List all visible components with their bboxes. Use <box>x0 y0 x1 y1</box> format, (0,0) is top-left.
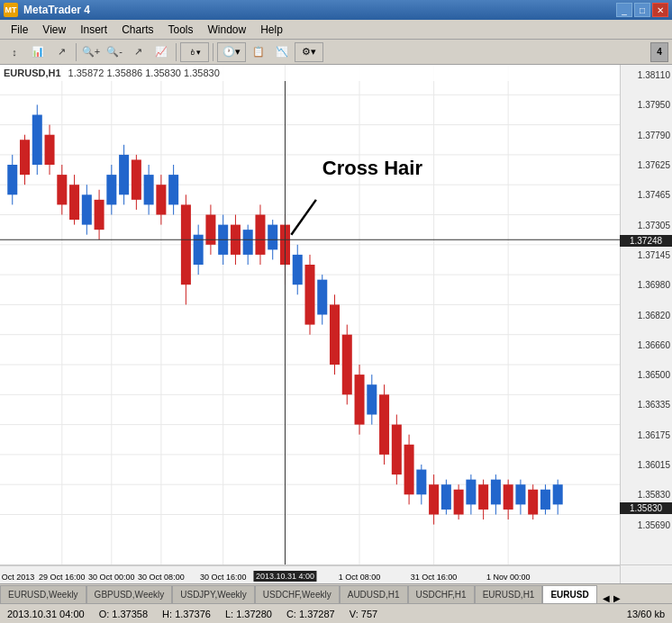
price-tick: 1.36500 <box>638 370 670 380</box>
status-bar: 2013.10.31 04:00 O: 1.37358 H: 1.37376 L… <box>0 603 672 623</box>
toolbar-btn-1[interactable]: ↕ <box>4 42 25 62</box>
price-tick: 1.36820 <box>638 310 670 320</box>
status-volume: V: 757 <box>350 609 377 619</box>
svg-rect-73 <box>304 265 314 325</box>
svg-rect-91 <box>416 470 426 495</box>
svg-rect-113 <box>553 484 563 504</box>
menu-insert[interactable]: Insert <box>73 22 114 38</box>
price-tick: 1.37305 <box>638 220 670 230</box>
time-tick: 30 Oct 08:00 <box>138 573 185 582</box>
toolbar: ↕ 📊 ↗ 🔍+ 🔍- ↗ 📈 🕯▾ 🕐▾ 📋 📉 ⚙▾ 4 <box>0 40 672 65</box>
toolbar-clock-btn[interactable]: 🕐▾ <box>217 42 246 62</box>
tab-scroll-right[interactable]: ▶ <box>612 593 622 603</box>
svg-rect-89 <box>404 445 414 495</box>
price-tick: 1.37145 <box>638 249 670 259</box>
tab-gbpusd-weekly[interactable]: GBPUSD,Weekly <box>86 585 173 603</box>
time-tick: 1 Oct 08:00 <box>339 573 381 582</box>
title-bar: MT MetaTrader 4 _ □ ✕ <box>0 0 672 20</box>
svg-rect-111 <box>540 490 550 510</box>
tab-eurusd-h1[interactable]: EURUSD,H1 <box>475 585 543 603</box>
price-tick: 1.36335 <box>638 400 670 410</box>
time-tick-highlighted: 2013.10.31 4:00 <box>254 571 316 582</box>
toolbar-candle-btn[interactable]: 🕯▾ <box>180 42 209 62</box>
toolbar-btn-6[interactable]: 📋 <box>248 42 269 62</box>
toolbar-corner[interactable]: 4 <box>650 42 668 62</box>
svg-rect-105 <box>504 484 513 510</box>
svg-rect-103 <box>491 480 501 505</box>
app-icon: MT <box>4 3 18 17</box>
svg-rect-81 <box>355 375 365 425</box>
toolbar-btn-3[interactable]: ↗ <box>50 42 72 62</box>
toolbar-zoom-out[interactable]: 🔍- <box>104 42 125 62</box>
toolbar-btn-8[interactable]: ⚙▾ <box>295 42 323 62</box>
toolbar-btn-4[interactable]: ↗ <box>127 42 149 62</box>
svg-rect-31 <box>45 135 55 165</box>
toolbar-btn-5[interactable]: 📈 <box>150 42 172 62</box>
tab-audusd-h1[interactable]: AUDUSD,H1 <box>340 585 408 603</box>
price-tick: 1.38110 <box>638 70 670 80</box>
price-tick: 1.36980 <box>638 280 670 290</box>
price-tick: 1.37625 <box>638 160 670 170</box>
time-tick: 29 Oct 2013 <box>0 573 34 582</box>
menu-tools[interactable]: Tools <box>161 22 201 38</box>
menu-charts[interactable]: Charts <box>114 22 160 38</box>
status-filesize: 13/60 kb <box>627 609 665 619</box>
svg-rect-33 <box>57 175 67 204</box>
toolbar-separator-1 <box>76 43 77 61</box>
menu-help[interactable]: Help <box>253 22 290 38</box>
svg-rect-87 <box>392 425 402 474</box>
svg-rect-97 <box>454 490 464 515</box>
tab-usdjpy-weekly[interactable]: USDJPY,Weekly <box>172 585 255 603</box>
tab-scroll-left[interactable]: ◀ <box>601 593 612 603</box>
svg-rect-49 <box>156 185 166 214</box>
svg-rect-35 <box>69 185 79 220</box>
menu-file[interactable]: File <box>4 22 35 38</box>
svg-rect-75 <box>317 280 327 315</box>
svg-rect-53 <box>181 204 191 284</box>
svg-rect-43 <box>119 155 129 194</box>
price-tick: 1.36175 <box>638 429 670 439</box>
window-controls: _ □ ✕ <box>616 3 668 17</box>
toolbar-btn-7[interactable]: 📉 <box>271 42 293 62</box>
tab-usdchf-weekly[interactable]: USDCHF,Weekly <box>255 585 340 603</box>
tab-eurusd-weekly[interactable]: EURUSD,Weekly <box>0 585 86 603</box>
svg-rect-67 <box>268 225 277 250</box>
minimize-button[interactable]: _ <box>616 3 632 17</box>
tab-bar: EURUSD,Weekly GBPUSD,Weekly USDJPY,Weekl… <box>0 583 672 603</box>
chart-area[interactable]: EURUSD,H1 1.35872 1.35886 1.35830 1.3583… <box>0 65 620 564</box>
toolbar-separator-3 <box>213 43 213 61</box>
time-tick: 31 Oct 16:00 <box>411 573 458 582</box>
price-tick: 1.35690 <box>638 519 670 529</box>
svg-rect-39 <box>95 200 104 230</box>
chart-symbol: EURUSD,H1 <box>4 68 61 78</box>
svg-rect-47 <box>144 175 154 204</box>
status-high: H: 1.37376 <box>162 609 211 619</box>
menu-bar: File View Insert Charts Tools Window Hel… <box>0 20 672 40</box>
price-tick: 1.37465 <box>638 190 670 200</box>
crosshair-label: Cross Hair <box>322 157 423 179</box>
svg-rect-45 <box>132 159 141 199</box>
svg-rect-99 <box>466 480 476 505</box>
toolbar-btn-2[interactable]: 📊 <box>27 42 49 62</box>
tab-scroll-area: ◀ ▶ <box>597 593 626 603</box>
menu-window[interactable]: Window <box>201 22 254 38</box>
svg-rect-107 <box>515 484 525 504</box>
price-tick: 1.36015 <box>638 460 670 470</box>
svg-rect-101 <box>478 484 488 510</box>
close-button[interactable]: ✕ <box>652 3 668 17</box>
price-tick: 1.36660 <box>638 339 670 349</box>
tab-eurusd-active[interactable]: EURUSD <box>542 585 596 603</box>
svg-rect-25 <box>7 165 17 194</box>
maximize-button[interactable]: □ <box>634 3 650 17</box>
tab-usdchf-h1[interactable]: USDCHF,H1 <box>408 585 475 603</box>
status-open: O: 1.37358 <box>99 609 148 619</box>
chart-svg: Cross Hair <box>0 65 620 564</box>
toolbar-zoom-in[interactable]: 🔍+ <box>80 42 102 62</box>
svg-rect-41 <box>106 175 116 204</box>
menu-view[interactable]: View <box>35 22 73 38</box>
status-datetime: 2013.10.31 04:00 <box>7 609 85 619</box>
svg-rect-37 <box>82 194 92 224</box>
window-title: MetaTrader 4 <box>23 4 90 16</box>
current-price-bottom: 1.35830 <box>620 502 672 514</box>
price-tick: 1.37790 <box>638 130 670 140</box>
